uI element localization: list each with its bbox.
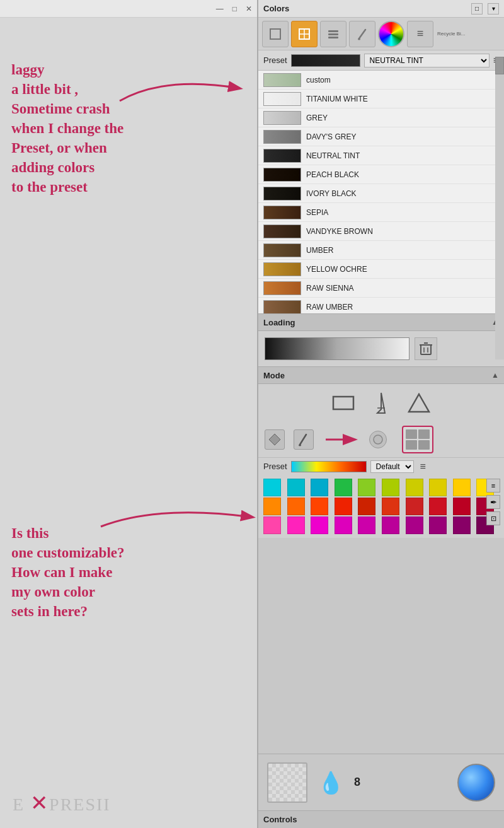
swatch-cell[interactable] xyxy=(406,516,423,534)
canvas-tool-button[interactable] xyxy=(262,21,289,47)
swatch-cell[interactable] xyxy=(358,498,375,515)
swatch-cell[interactable] xyxy=(358,516,375,534)
swatch-cell[interactable] xyxy=(429,516,447,534)
swatch-cell[interactable] xyxy=(335,516,352,534)
color-swatch xyxy=(263,300,301,314)
color-count: 8 xyxy=(354,776,360,789)
controls-title: Controls xyxy=(263,815,297,824)
color-ball[interactable] xyxy=(457,764,495,802)
swatch-cell[interactable] xyxy=(382,516,399,534)
mode-expand-icon[interactable]: ▲ xyxy=(491,371,499,380)
color-name: NEUTRAL TINT xyxy=(306,151,360,160)
colors-titlebar: Colors □ ▾ xyxy=(258,0,504,18)
swatches-list-button[interactable]: ≡ xyxy=(420,461,426,472)
swatch-cell[interactable] xyxy=(287,498,305,515)
swatch-cell[interactable] xyxy=(287,516,305,534)
swatch-cell[interactable] xyxy=(263,498,281,515)
color-name: PEACH BLACK xyxy=(306,170,359,179)
preset-bar: Preset NEUTRAL TINT BURNT UMBER Default … xyxy=(258,50,504,71)
right-scrollthumb[interactable] xyxy=(495,57,504,74)
color-wheel-tool-button[interactable] xyxy=(378,21,404,47)
swatch-cell[interactable] xyxy=(453,479,471,496)
color-name: SEPIA xyxy=(306,208,328,217)
swatch-cell[interactable] xyxy=(311,516,328,534)
color-list-item[interactable]: RAW SIENNA xyxy=(258,279,504,298)
layers-tool-button[interactable] xyxy=(320,21,346,47)
color-list-item[interactable]: PEACH BLACK xyxy=(258,165,504,184)
toolbar-menu-button[interactable]: ≡ xyxy=(407,21,433,47)
svg-line-7 xyxy=(359,30,365,38)
color-name: RAW SIENNA xyxy=(306,284,354,293)
swatch-cell[interactable] xyxy=(263,516,281,534)
annotation-arrow-3 xyxy=(323,430,360,449)
brush-tool-button[interactable] xyxy=(349,21,375,47)
color-swatch xyxy=(263,206,301,219)
preset-select[interactable]: NEUTRAL TINT BURNT UMBER Default xyxy=(364,54,490,67)
maximize-button[interactable]: □ xyxy=(232,4,237,13)
loading-section xyxy=(258,331,504,366)
crop-small-button[interactable]: ⊡ xyxy=(486,511,500,525)
diamond-tool-button[interactable] xyxy=(265,429,285,450)
color-name: VANDYKE BROWN xyxy=(306,227,373,236)
dropper-large-icon[interactable]: 💧 xyxy=(318,770,344,795)
color-name: YELLOW OCHRE xyxy=(306,265,367,274)
close-button[interactable]: ✕ xyxy=(246,4,252,13)
dropper-mode-button[interactable] xyxy=(369,392,394,414)
swatch-cell[interactable] xyxy=(429,479,447,496)
swatch-cell[interactable] xyxy=(335,479,352,496)
left-titlebar: — □ ✕ xyxy=(0,0,257,18)
swatch-cell[interactable] xyxy=(382,498,399,515)
color-list-item[interactable]: IVORY BLACK xyxy=(258,184,504,203)
maximize-colors-button[interactable]: □ xyxy=(471,3,483,15)
color-list-item[interactable]: custom xyxy=(258,71,504,90)
svg-point-8 xyxy=(358,38,360,40)
grid-view-button[interactable] xyxy=(402,426,433,453)
swatch-cell[interactable] xyxy=(406,498,423,515)
swatch-cell[interactable] xyxy=(453,516,471,534)
triangle-mode-button[interactable] xyxy=(406,392,432,414)
color-list-item[interactable]: GREY xyxy=(258,108,504,127)
swatch-cell[interactable] xyxy=(358,479,375,496)
color-list-item[interactable]: RAW UMBER xyxy=(258,298,504,313)
pen-tool-button[interactable] xyxy=(294,429,314,450)
swatch-cell[interactable] xyxy=(287,479,305,496)
swatch-cell[interactable] xyxy=(311,479,328,496)
color-list-item[interactable]: UMBER xyxy=(258,241,504,260)
color-list-item[interactable]: SEPIA xyxy=(258,203,504,222)
eyedropper-small-button[interactable]: ✒ xyxy=(486,495,500,509)
transform-tool-button[interactable] xyxy=(291,21,318,47)
recycle-label: Recycle Bi... xyxy=(437,31,465,37)
swatch-cell[interactable] xyxy=(453,498,471,515)
color-list-item[interactable]: DAVY'S GREY xyxy=(258,127,504,146)
swatches-preset-select[interactable]: Default xyxy=(370,460,414,473)
annotation-arrow-1 xyxy=(113,69,252,107)
color-list-item[interactable]: YELLOW OCHRE xyxy=(258,260,504,279)
swatch-cell[interactable] xyxy=(335,498,352,515)
circle-tool-button[interactable] xyxy=(369,431,387,448)
color-list-item[interactable]: VANDYKE BROWN xyxy=(258,222,504,241)
color-list-item[interactable]: NEUTRAL TINT xyxy=(258,146,504,165)
colors-toolbar: ≡ Recycle Bi... xyxy=(258,18,504,50)
annotation-laggy: laggy a little bit , Sometime crash when… xyxy=(11,60,123,197)
swatch-cell[interactable] xyxy=(311,498,328,515)
left-panel: — □ ✕ laggy a little bit , Sometime cras… xyxy=(0,0,258,828)
swatch-cell[interactable] xyxy=(406,479,423,496)
mode-title: Mode xyxy=(263,371,285,380)
swatches-rows-button[interactable]: ≡ xyxy=(486,479,500,493)
menu-colors-button[interactable]: ▾ xyxy=(488,3,499,15)
rect-mode-button[interactable] xyxy=(331,392,356,414)
color-swatch xyxy=(263,111,301,125)
color-swatch xyxy=(263,262,301,276)
loading-gradient-bar xyxy=(265,337,410,360)
swatch-cell[interactable] xyxy=(382,479,399,496)
right-scrollbar[interactable] xyxy=(495,57,504,359)
delete-button[interactable] xyxy=(415,337,437,360)
svg-rect-5 xyxy=(328,33,338,35)
swatch-cell[interactable] xyxy=(429,498,447,515)
color-list: customTITANIUM WHITEGREYDAVY'S GREYNEUTR… xyxy=(258,71,504,313)
swatch-cell[interactable] xyxy=(263,479,281,496)
color-name: GREY xyxy=(306,114,328,122)
color-list-item[interactable]: TITANIUM WHITE xyxy=(258,90,504,108)
minimize-button[interactable]: — xyxy=(216,4,224,13)
loading-section-header: Loading ▲ xyxy=(258,313,504,331)
